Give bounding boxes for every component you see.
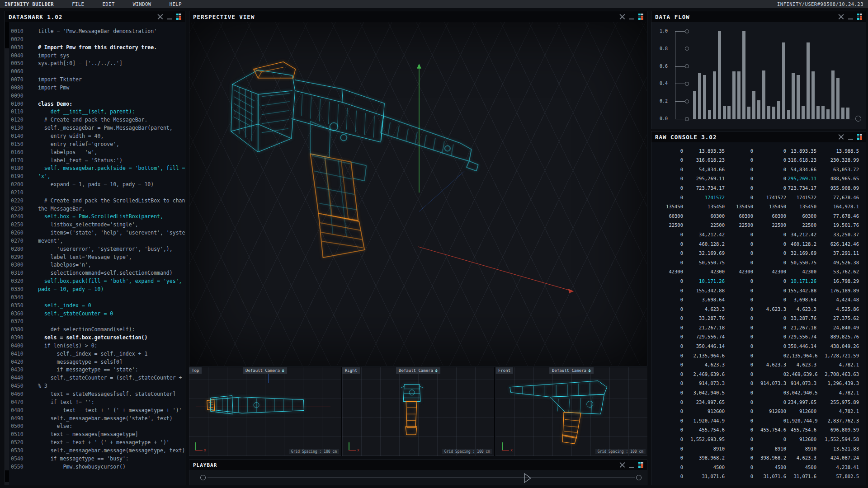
- layout-grid-icon[interactable]: [857, 134, 862, 140]
- code-line[interactable]: 0330padx = 10, pady = 10): [11, 286, 184, 294]
- datasnark-header[interactable]: DATASNARK 1.02: [5, 11, 185, 22]
- camera-dropdown[interactable]: Default Camera: [549, 367, 594, 374]
- code-line[interactable]: 0110 def __init__(self, parent):: [11, 108, 184, 116]
- close-icon[interactable]: [157, 14, 163, 20]
- minimize-icon[interactable]: [848, 134, 853, 140]
- code-line[interactable]: 0240 self.box = Pmw.ScrolledListBox(pare…: [11, 213, 184, 221]
- menu-item-file[interactable]: FILE: [72, 1, 84, 7]
- code-line[interactable]: 0210: [11, 189, 184, 197]
- console-header[interactable]: RAW CONSOLE 3.02: [651, 131, 866, 142]
- viewport-3d[interactable]: [189, 22, 647, 366]
- minimize-icon[interactable]: [629, 14, 634, 20]
- code-line[interactable]: 0130 self._messagebar = Pmw.MessageBar(p…: [11, 124, 184, 132]
- code-line[interactable]: 0550 Pmw.showbusycursor(): [11, 463, 184, 471]
- minimize-icon[interactable]: [848, 14, 853, 20]
- code-line[interactable]: 0140 entry_width = 40,: [11, 132, 184, 141]
- code-line[interactable]: 0410 self._index = self._index + 1: [11, 350, 184, 358]
- code-line[interactable]: 0200 expand = 1, padx = 10, pady = 10): [11, 181, 184, 189]
- perspective-header[interactable]: PERSPECTIVE VIEW: [189, 11, 647, 22]
- code-line[interactable]: 0080import Pmw: [11, 84, 184, 92]
- code-line[interactable]: 0190'x',: [11, 173, 184, 181]
- code-line[interactable]: 0020: [11, 36, 184, 44]
- code-editor[interactable]: 0010title = 'Pmw.MessageBar demonstratio…: [5, 22, 185, 485]
- scrollbar-thumb[interactable]: [5, 22, 9, 48]
- code-line[interactable]: 0100class Demo:: [11, 100, 184, 108]
- axis-gizmo-mini: x: [193, 441, 206, 452]
- ytick-label: 0.8: [655, 46, 668, 51]
- code-line[interactable]: 0320 self.box.pack(fill = 'both', expand…: [11, 277, 184, 286]
- close-icon[interactable]: [838, 14, 844, 20]
- code-line[interactable]: 0440 self._stateCounter = (self._stateCo…: [11, 374, 184, 382]
- console-cell: 0: [725, 427, 753, 432]
- viewport-right[interactable]: Right Default Camera: [342, 367, 494, 456]
- menu-item-help[interactable]: HELP: [170, 1, 182, 7]
- scrollbar-thumb[interactable]: [5, 470, 9, 482]
- code-line[interactable]: 0370: [11, 318, 184, 326]
- code-line[interactable]: 0450% 3: [11, 382, 184, 390]
- close-icon[interactable]: [838, 134, 844, 140]
- close-icon[interactable]: [619, 462, 625, 468]
- play-button[interactable]: [524, 473, 532, 483]
- code-line[interactable]: 0460 text = stateMessages[self._stateCou…: [11, 390, 184, 399]
- code-line[interactable]: 0040import sys: [11, 52, 184, 60]
- minimize-icon[interactable]: [629, 462, 634, 468]
- code-line[interactable]: 0290 label_text='Message type',: [11, 253, 184, 262]
- code-scrollbar[interactable]: [5, 22, 9, 485]
- camera-dropdown[interactable]: Default Camera: [396, 367, 440, 374]
- code-line[interactable]: 0070import Tkinter: [11, 76, 184, 84]
- code-line[interactable]: 0180 self._messagebar.pack(side = 'botto…: [11, 164, 184, 173]
- code-line[interactable]: 0250 listbox_selectmode='single',: [11, 221, 184, 229]
- layout-grid-icon[interactable]: [638, 14, 643, 20]
- menu-item-edit[interactable]: EDIT: [102, 1, 114, 7]
- code-line[interactable]: 0500 else:: [11, 422, 184, 431]
- code-line[interactable]: 0230the MessageBar.: [11, 205, 184, 213]
- camera-dropdown[interactable]: Default Camera: [243, 367, 287, 374]
- code-line[interactable]: 0380 def selectionCommand(self):: [11, 326, 184, 334]
- code-line[interactable]: 0390 sels = self.box.getcurselection(): [11, 334, 184, 342]
- code-line[interactable]: 0270mevent',: [11, 237, 184, 245]
- code-line[interactable]: 0060: [11, 68, 184, 76]
- code-line[interactable]: 0350 self._index = 0: [11, 302, 184, 310]
- scrubber-start-handle[interactable]: [200, 475, 206, 480]
- viewport-front[interactable]: Front Default Camera: [495, 367, 647, 456]
- close-icon[interactable]: [619, 14, 625, 20]
- code-line[interactable]: 0120 # Create and pack the MessageBar.: [11, 116, 184, 124]
- code-line[interactable]: 0400 if len(sels) > 0:: [11, 342, 184, 350]
- code-line[interactable]: 0150 entry_relief='groove',: [11, 141, 184, 149]
- layout-grid-icon[interactable]: [857, 14, 862, 20]
- code-line[interactable]: 0220 # Create and pack the ScrolledListB…: [11, 197, 184, 205]
- code-line[interactable]: 0030# Import Pmw from this directory tre…: [11, 44, 184, 52]
- code-line[interactable]: 0490 self._messagebar.message('state', t…: [11, 415, 184, 423]
- code-line[interactable]: 0470 if text != '':: [11, 399, 184, 407]
- code-line[interactable]: 0170 label_text = 'Status:'): [11, 157, 184, 165]
- code-line[interactable]: 0300 labelpos='n',: [11, 261, 184, 269]
- console-body[interactable]: 013,893.350013,893.3513,988.50316,618.23…: [651, 142, 866, 485]
- code-line[interactable]: 0540 if messagetype == 'busy':: [11, 455, 184, 463]
- code-line[interactable]: 0260 items=('state', 'help', 'userevent'…: [11, 229, 184, 237]
- layout-grid-icon[interactable]: [638, 462, 643, 468]
- code-line[interactable]: 0360 self._stateCounter = 0: [11, 310, 184, 318]
- dataflow-header[interactable]: DATA FLOW: [651, 11, 866, 22]
- code-line[interactable]: 0310 selectioncommand=self.selectionComm…: [11, 269, 184, 277]
- menu-item-window[interactable]: WINDOW: [133, 1, 151, 7]
- code-line[interactable]: 0010title = 'Pmw.MessageBar demonstratio…: [11, 28, 184, 36]
- code-line[interactable]: 0050sys.path[:0] = ['../../..']: [11, 60, 184, 68]
- playbar-header[interactable]: PLAYBAR: [189, 460, 647, 470]
- viewport-top-header: Top Default Camera: [189, 367, 341, 375]
- code-line[interactable]: 0530 self._messagebar.message(messagetyp…: [11, 447, 184, 455]
- code-line[interactable]: 0520 text = text + ' (' + messagetype + …: [11, 439, 184, 447]
- scrubber-end-handle[interactable]: [636, 475, 642, 480]
- code-line[interactable]: 0420 messagetype = sels[0]: [11, 358, 184, 366]
- scrubber-track[interactable]: [208, 478, 635, 478]
- layout-grid-icon[interactable]: [176, 14, 181, 20]
- minimize-icon[interactable]: [167, 14, 172, 20]
- code-line[interactable]: 0340: [11, 294, 184, 302]
- console-cell: 696,809.59: [816, 427, 859, 432]
- code-line[interactable]: 0090: [11, 92, 184, 100]
- code-line[interactable]: 0480 text = text + ' (' + messagetype + …: [11, 407, 184, 415]
- code-line[interactable]: 0160 labelpos = 'w',: [11, 149, 184, 157]
- viewport-top[interactable]: Top Default Camera: [189, 367, 341, 456]
- code-line[interactable]: 0510 text = messages[messagetype]: [11, 431, 184, 439]
- code-line[interactable]: 0430 if messagetype == 'state':: [11, 366, 184, 374]
- code-line[interactable]: 0280 'usererror', 'systemerror', 'busy',…: [11, 245, 184, 253]
